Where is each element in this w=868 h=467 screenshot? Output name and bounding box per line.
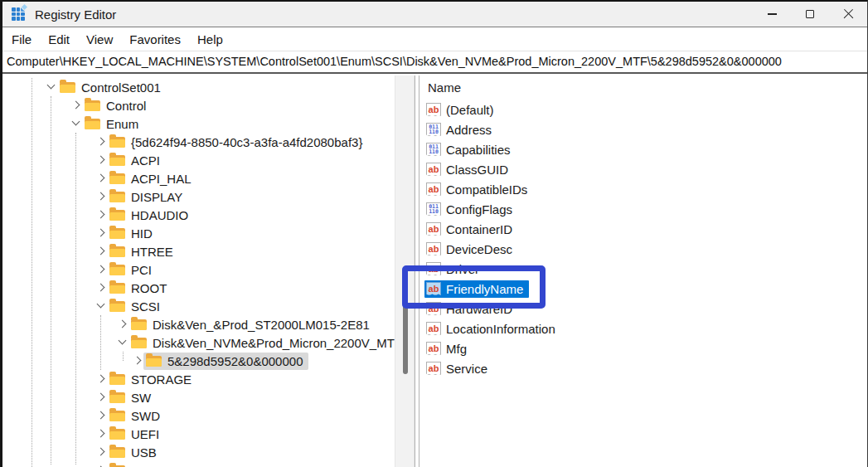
chevron-right-icon[interactable]: [95, 227, 107, 239]
tree-item-body[interactable]: STORAGE: [107, 371, 196, 388]
close-button[interactable]: [829, 2, 867, 27]
chevron-right-icon[interactable]: [95, 392, 107, 403]
tree-item-hdaudio[interactable]: HDAUDIO: [2, 206, 395, 224]
tree-item-body[interactable]: {5d624f94-8850-40c3-a3fa-a4fd2080baf3}: [107, 134, 367, 151]
tree-item-enum[interactable]: Enum: [2, 114, 395, 133]
value-row-classguid[interactable]: abClassGUID: [424, 159, 864, 179]
tree-item-body[interactable]: SCSI: [107, 298, 165, 315]
tree-item-body[interactable]: Disk&Ven_&Prod_ST2000LM015-2E81: [129, 316, 375, 333]
tree-item-usb[interactable]: USB: [2, 443, 395, 461]
tree-item-swd[interactable]: SWD: [2, 406, 395, 425]
tree-item-root[interactable]: ROOT: [2, 279, 395, 297]
chevron-right-icon[interactable]: [95, 373, 107, 385]
tree-item-body[interactable]: Disk&Ven_NVMe&Prod_Micron_2200V_MTF: [129, 334, 395, 352]
tree-item-body[interactable]: ACPI_HAL: [107, 170, 196, 187]
value-item-body[interactable]: abService: [424, 360, 493, 377]
tree-item-body[interactable]: DISPLAY: [107, 188, 187, 206]
tree-item-scsi[interactable]: SCSI: [2, 297, 395, 315]
tree-item-disk-ven-nvme-prod-micron-2200v-mtf[interactable]: Disk&Ven_NVMe&Prod_Micron_2200V_MTF: [2, 333, 395, 352]
tree-item-body[interactable]: HTREE: [107, 243, 178, 260]
value-row-devicedesc[interactable]: abDeviceDesc: [424, 239, 864, 259]
tree-item-body[interactable]: USB: [107, 444, 162, 461]
chevron-right-icon[interactable]: [95, 446, 107, 458]
tree-item-storage[interactable]: STORAGE: [2, 370, 395, 388]
tree-item-usbstor[interactable]: USBSTOR: [2, 461, 395, 467]
value-item-body[interactable]: 011110Capabilities: [424, 141, 516, 158]
value-item-body[interactable]: abContainerID: [424, 221, 518, 238]
tree-item-body[interactable]: Control: [82, 97, 151, 114]
value-row-hardwareid[interactable]: abHardwareID: [424, 299, 864, 319]
chevron-right-icon[interactable]: [95, 209, 107, 221]
chevron-right-icon[interactable]: [117, 319, 129, 330]
tree-item-body[interactable]: HDAUDIO: [107, 207, 193, 224]
value-item-body[interactable]: abCompatibleIDs: [424, 181, 533, 198]
value-row-containerid[interactable]: abContainerID: [424, 219, 864, 239]
value-item-body[interactable]: abClassGUID: [424, 161, 514, 178]
value-row-service[interactable]: abService: [424, 358, 864, 378]
tree-scrollbar-thumb[interactable]: [403, 267, 408, 374]
value-item-body[interactable]: abDeviceDesc: [424, 241, 518, 258]
tree-item-body[interactable]: Enum: [82, 115, 143, 133]
chevron-down-icon[interactable]: [70, 118, 82, 129]
tree-item--5d624f94-8850-40c3-a3fa-a4fd2080baf3-[interactable]: {5d624f94-8850-40c3-a3fa-a4fd2080baf3}: [2, 133, 395, 151]
tree-selected-item[interactable]: 5&298d5952&0&000000: [143, 353, 308, 370]
tree-item-body[interactable]: ControlSet001: [57, 79, 166, 96]
tree-item-htree[interactable]: HTREE: [2, 242, 395, 260]
menu-item-edit[interactable]: Edit: [40, 28, 78, 51]
value-item-body[interactable]: 011110Address: [424, 121, 497, 139]
chevron-right-icon[interactable]: [95, 264, 107, 275]
chevron-right-icon[interactable]: [132, 355, 143, 367]
value-row-driver[interactable]: abDriver: [424, 259, 864, 279]
value-row-compatibleids[interactable]: abCompatibleIDs: [424, 179, 864, 199]
minimize-button[interactable]: [753, 2, 791, 27]
chevron-right-icon[interactable]: [95, 410, 107, 421]
menu-item-file[interactable]: File: [3, 28, 40, 51]
value-item-body[interactable]: abMfg: [424, 340, 473, 358]
tree-item-hid[interactable]: HID: [2, 224, 395, 242]
chevron-right-icon[interactable]: [95, 173, 107, 184]
chevron-right-icon[interactable]: [95, 136, 107, 148]
value-item-body[interactable]: 011110ConfigFlags: [424, 201, 518, 218]
tree-item-body[interactable]: PCI: [107, 261, 157, 279]
value-selected-item[interactable]: abFriendlyName: [424, 280, 529, 298]
value-row-configflags[interactable]: 011110ConfigFlags: [424, 199, 864, 219]
tree-item-5-298d5952-0-000000[interactable]: 5&298d5952&0&000000: [2, 352, 395, 370]
value-item-body[interactable]: abDriver: [424, 260, 485, 278]
pane-splitter[interactable]: [415, 75, 415, 467]
tree-item-body[interactable]: HID: [107, 225, 158, 242]
chevron-down-icon[interactable]: [46, 81, 57, 93]
chevron-down-icon[interactable]: [95, 300, 107, 312]
value-row-address[interactable]: 011110Address: [424, 119, 864, 139]
value-row-capabilities[interactable]: 011110Capabilities: [424, 139, 864, 159]
tree-item-display[interactable]: DISPLAY: [2, 187, 395, 206]
tree-item-acpi[interactable]: ACPI: [2, 151, 395, 169]
menu-item-help[interactable]: Help: [189, 28, 231, 51]
tree-item-pci[interactable]: PCI: [2, 260, 395, 279]
name-column-header[interactable]: Name: [428, 78, 461, 98]
menu-item-favorites[interactable]: Favorites: [121, 28, 189, 51]
tree-item-body[interactable]: UEFI: [107, 426, 164, 443]
menu-item-view[interactable]: View: [78, 28, 121, 51]
value-row-locationinformation[interactable]: abLocationInformation: [424, 319, 864, 338]
chevron-right-icon[interactable]: [95, 282, 107, 294]
tree-item-disk-ven-prod-st2000lm015-2e81[interactable]: Disk&Ven_&Prod_ST2000LM015-2E81: [2, 315, 395, 333]
tree-item-body[interactable]: SW: [107, 389, 156, 406]
value-row--default-[interactable]: ab(Default): [424, 100, 864, 119]
tree-scrollbar[interactable]: [395, 75, 415, 467]
chevron-right-icon[interactable]: [70, 100, 82, 111]
chevron-right-icon[interactable]: [95, 191, 107, 202]
tree-item-body[interactable]: ROOT: [107, 280, 172, 297]
tree-item-body[interactable]: USBSTOR: [107, 462, 196, 467]
tree-item-body[interactable]: ACPI: [107, 152, 165, 169]
address-input[interactable]: [2, 55, 867, 70]
chevron-right-icon[interactable]: [95, 154, 107, 166]
tree-item-acpi-hal[interactable]: ACPI_HAL: [2, 169, 395, 187]
chevron-right-icon[interactable]: [95, 246, 107, 257]
maximize-button[interactable]: [791, 2, 829, 27]
tree-item-control[interactable]: Control: [2, 96, 395, 114]
value-item-body[interactable]: abLocationInformation: [424, 320, 561, 338]
tree-item-uefi[interactable]: UEFI: [2, 425, 395, 443]
value-item-body[interactable]: ab(Default): [424, 101, 500, 119]
tree-item-sw[interactable]: SW: [2, 388, 395, 406]
chevron-right-icon[interactable]: [95, 428, 107, 440]
